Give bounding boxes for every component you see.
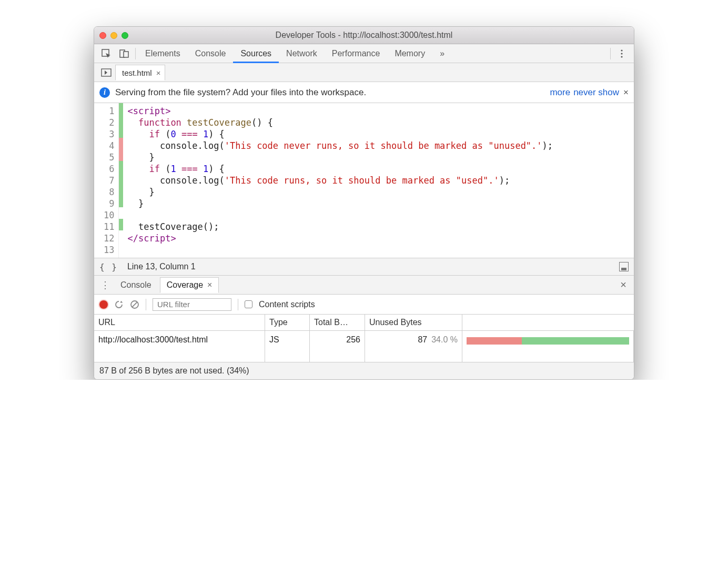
line-number[interactable]: 8 <box>94 186 118 198</box>
coverage-summary: 87 B of 256 B bytes are not used. (34%) <box>99 366 249 376</box>
coverage-marker <box>119 207 123 219</box>
separator <box>238 299 238 310</box>
line-number[interactable]: 12 <box>94 233 118 244</box>
window-title: Developer Tools - http://localhost:3000/… <box>99 31 629 40</box>
close-tab-icon[interactable]: × <box>207 280 212 290</box>
code-line[interactable]: } <box>123 198 634 209</box>
drawer-tab-label: Coverage <box>167 280 203 290</box>
line-number[interactable]: 7 <box>94 175 118 186</box>
info-icon: i <box>99 87 110 98</box>
content-scripts-checkbox[interactable] <box>245 300 252 308</box>
close-tab-icon[interactable]: × <box>156 68 161 77</box>
coverage-toolbar: Content scripts <box>94 295 634 315</box>
main-tabbar: ElementsConsoleSourcesNetworkPerformance… <box>94 44 634 63</box>
code-line[interactable]: } <box>123 151 634 163</box>
scroll-to-bottom-icon[interactable] <box>619 262 629 271</box>
line-number[interactable]: 9 <box>94 198 118 209</box>
cursor-position: Line 13, Column 1 <box>127 262 196 271</box>
code-line[interactable]: </script> <box>123 233 634 244</box>
drawer-close-icon[interactable]: × <box>617 279 630 291</box>
coverage-marker <box>119 149 123 161</box>
minimize-window-button[interactable] <box>110 32 117 39</box>
line-number[interactable]: 3 <box>94 128 118 140</box>
line-number[interactable]: 11 <box>94 221 118 233</box>
code-content[interactable]: <script> function testCoverage() { if (0… <box>123 103 634 258</box>
coverage-marker <box>119 242 123 254</box>
url-filter-input[interactable] <box>153 298 231 311</box>
col-header-type[interactable]: Type <box>265 315 310 330</box>
line-number[interactable]: 1 <box>94 105 118 117</box>
usage-bar <box>467 337 629 345</box>
code-line[interactable]: testCoverage(); <box>123 221 634 233</box>
separator <box>135 48 136 59</box>
line-number[interactable]: 5 <box>94 151 118 163</box>
drawer-tab-console[interactable]: Console <box>114 277 158 293</box>
record-button[interactable] <box>99 300 108 309</box>
separator <box>610 48 611 59</box>
col-header-url[interactable]: URL <box>94 315 265 330</box>
code-editor[interactable]: 12345678910111213 <script> function test… <box>94 103 634 258</box>
code-line[interactable]: <script> <box>123 105 634 117</box>
code-line[interactable] <box>123 244 634 256</box>
line-number[interactable]: 2 <box>94 117 118 128</box>
main-tab-memory[interactable]: Memory <box>387 44 432 63</box>
col-header-total[interactable]: Total B… <box>310 315 365 330</box>
code-line[interactable]: if (0 === 1) { <box>123 128 634 140</box>
code-line[interactable]: function testCoverage() { <box>123 117 634 128</box>
line-number[interactable]: 13 <box>94 244 118 256</box>
svg-point-3 <box>621 49 622 51</box>
coverage-gutter <box>119 103 123 258</box>
coverage-marker <box>119 115 123 126</box>
coverage-statusbar: 87 B of 256 B bytes are not used. (34%) <box>94 362 634 379</box>
coverage-row[interactable]: http://localhost:3000/test.htmlJS2568734… <box>94 331 634 362</box>
infobar-nevershow-link[interactable]: never show <box>573 87 619 98</box>
drawer-tab-coverage[interactable]: Coverage × <box>160 277 219 293</box>
line-number[interactable]: 4 <box>94 140 118 151</box>
line-number-gutter: 12345678910111213 <box>94 103 119 258</box>
navigator-toggle-icon[interactable] <box>97 63 115 82</box>
cell-total: 256 <box>310 331 365 362</box>
infobar-more-link[interactable]: more <box>550 87 570 98</box>
editor-statusbar: { } Line 13, Column 1 <box>94 258 634 276</box>
coverage-marker <box>119 126 123 138</box>
svg-rect-2 <box>124 52 128 57</box>
cell-type: JS <box>265 331 310 362</box>
kebab-menu-icon[interactable] <box>613 44 631 63</box>
tabs-overflow-button[interactable]: » <box>432 44 452 63</box>
coverage-marker <box>119 173 123 184</box>
devtools-window: Developer Tools - http://localhost:3000/… <box>94 26 634 380</box>
code-line[interactable]: console.log('This code runs, so it shoul… <box>123 175 634 186</box>
reload-icon[interactable] <box>114 300 124 309</box>
file-tab-test-html[interactable]: test.html × <box>115 65 165 80</box>
main-tab-elements[interactable]: Elements <box>138 44 188 63</box>
infobar-close-icon[interactable]: × <box>623 87 629 98</box>
coverage-marker <box>119 196 123 207</box>
infobar-text: Serving from the file system? Add your f… <box>115 87 366 98</box>
file-tab-label: test.html <box>122 68 152 77</box>
pretty-print-icon[interactable]: { } <box>99 262 118 272</box>
cell-usage-bar <box>462 331 634 362</box>
device-toolbar-icon[interactable] <box>115 44 133 63</box>
clear-icon[interactable] <box>130 300 139 309</box>
code-line[interactable]: console.log('This code never runs, so it… <box>123 140 634 151</box>
drawer-menu-icon[interactable]: ⋮ <box>98 279 112 291</box>
main-tab-console[interactable]: Console <box>188 44 234 63</box>
coverage-marker <box>119 161 123 173</box>
line-number[interactable]: 6 <box>94 163 118 175</box>
code-line[interactable]: } <box>123 186 634 198</box>
line-number[interactable]: 10 <box>94 209 118 221</box>
col-header-unused[interactable]: Unused Bytes <box>365 315 462 330</box>
inspect-element-icon[interactable] <box>97 44 115 63</box>
drawer-tab-label: Console <box>120 280 151 290</box>
zoom-window-button[interactable] <box>122 32 128 39</box>
main-tab-performance[interactable]: Performance <box>325 44 388 63</box>
cell-unused: 8734.0 % <box>365 331 462 362</box>
code-line[interactable]: if (1 === 1) { <box>123 163 634 175</box>
workspace-infobar: i Serving from the file system? Add your… <box>94 82 634 103</box>
main-tab-network[interactable]: Network <box>279 44 325 63</box>
separator <box>146 299 146 310</box>
main-tab-sources[interactable]: Sources <box>233 44 279 63</box>
code-line[interactable] <box>123 209 634 221</box>
close-window-button[interactable] <box>99 32 106 39</box>
coverage-table-body: http://localhost:3000/test.htmlJS2568734… <box>94 331 634 362</box>
